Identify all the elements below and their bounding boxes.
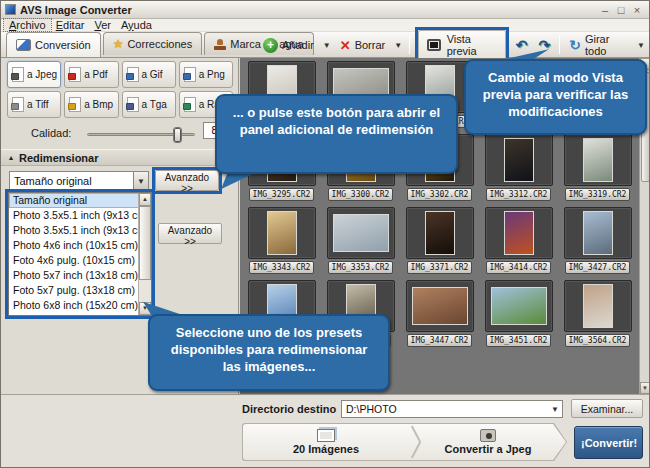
rotate-all-button[interactable]: ↻ Girar todo bbox=[565, 31, 632, 59]
grid-item[interactable]: IMG_3447.CR2 bbox=[400, 280, 479, 350]
minimize-button[interactable]: – bbox=[597, 2, 613, 18]
quality-row: Calidad: bbox=[1, 124, 239, 144]
grid-item[interactable]: IMG_3451.CR2 bbox=[479, 280, 558, 350]
app-window: AVS Image Converter – □ × ArchivoEditarV… bbox=[0, 0, 650, 468]
preview-label: Vista previa bbox=[447, 33, 497, 57]
thumbnail-filename: IMG_3343.CR2 bbox=[249, 261, 315, 274]
menu-item-editar[interactable]: Editar bbox=[51, 19, 90, 31]
menu-item-ver[interactable]: Ver bbox=[89, 19, 116, 31]
grid-item[interactable]: IMG_3353.CR2 bbox=[321, 207, 400, 277]
add-button[interactable]: + Añadir bbox=[259, 36, 318, 55]
preview-button[interactable]: Vista previa bbox=[418, 30, 506, 60]
grid-item[interactable]: IMG_3343.CR2 bbox=[242, 207, 321, 277]
convert-button[interactable]: ¡Convertir! bbox=[574, 426, 643, 459]
preset-list-scrollbar[interactable]: ▲ ▼ bbox=[138, 193, 151, 315]
preset-option[interactable]: Photo 3.5x5.1 inch (9x13 cm) 300dpi bbox=[9, 223, 151, 238]
destination-dropdown-arrow[interactable]: ▼ bbox=[548, 405, 562, 414]
destination-label: Directorio destino bbox=[242, 403, 336, 415]
thumbnail-filename: IMG_3302.CR2 bbox=[407, 188, 473, 201]
quality-slider-thumb[interactable] bbox=[173, 127, 182, 143]
grid-item[interactable]: IMG_3312.CR2 bbox=[479, 134, 558, 204]
format-a-tga-button[interactable]: a Tga bbox=[122, 91, 176, 118]
preset-dropdown-list: Tamaño originalPhoto 3.5x5.1 inch (9x13 … bbox=[8, 192, 152, 316]
thumbnail-frame bbox=[248, 207, 316, 259]
format-a-tiff-button[interactable]: a Tiff bbox=[7, 91, 61, 118]
thumbnail-frame bbox=[564, 134, 632, 186]
toolbar-separator bbox=[409, 36, 410, 54]
callout-resize-button: ... o pulse este botón para abrir el pan… bbox=[215, 94, 458, 174]
thumbnail-frame bbox=[564, 280, 632, 332]
add-dropdown-arrow[interactable]: ▼ bbox=[321, 41, 333, 50]
format-a-gif-button[interactable]: a Gif bbox=[122, 61, 176, 88]
grid-item[interactable]: IMG_3427.CR2 bbox=[558, 207, 637, 277]
preset-option[interactable]: Tamaño original bbox=[9, 193, 151, 208]
format-label: a Png bbox=[199, 69, 225, 80]
file-format-icon bbox=[184, 97, 196, 112]
format-a-bmp-button[interactable]: a Bmp bbox=[64, 91, 118, 118]
grid-item[interactable]: IMG_3414.CR2 bbox=[479, 207, 558, 277]
thumbnail-frame bbox=[564, 207, 632, 259]
menu-item-ayuda[interactable]: Ayuda bbox=[116, 19, 157, 31]
delete-dropdown-arrow[interactable]: ▼ bbox=[392, 41, 404, 50]
menu-item-archivo[interactable]: Archivo bbox=[4, 19, 51, 31]
format-a-pdf-button[interactable]: a Pdf bbox=[64, 61, 118, 88]
thumbnail-filename: IMG_3319.CR2 bbox=[565, 188, 631, 201]
maximize-button[interactable]: □ bbox=[613, 2, 629, 18]
thumbnail-filename: IMG_3312.CR2 bbox=[486, 188, 552, 201]
title-bar: AVS Image Converter – □ × bbox=[1, 1, 649, 19]
camera-file-icon bbox=[480, 429, 496, 442]
menu-bar: ArchivoEditarVerAyuda bbox=[1, 19, 649, 32]
resize-section-header[interactable]: ▴ Redimensionar bbox=[1, 149, 238, 166]
thumbnail-photo bbox=[333, 214, 389, 252]
advanced-button-2[interactable]: Avanzado >> bbox=[158, 223, 222, 244]
thumbnail-filename: IMG_3295.CR2 bbox=[249, 188, 315, 201]
tab-correcciones[interactable]: ★Correcciones bbox=[103, 32, 203, 55]
advanced-highlight-box: Avanzado >> bbox=[152, 167, 222, 194]
bottom-panel: Directorio destino D:\PHOTO ▼ Examinar..… bbox=[1, 394, 649, 468]
chevron-divider bbox=[410, 425, 422, 459]
format-a-png-button[interactable]: a Png bbox=[179, 61, 233, 88]
window-title: AVS Image Converter bbox=[20, 4, 597, 16]
thumbnail-photo bbox=[504, 138, 534, 182]
thumbnail-frame bbox=[406, 280, 474, 332]
preset-option[interactable]: Photo 6x8 inch (15x20 cm) normal bbox=[9, 298, 151, 313]
preset-list-highlight-box: Tamaño originalPhoto 3.5x5.1 inch (9x13 … bbox=[5, 189, 155, 319]
grid-item[interactable]: IMG_3371.CR2 bbox=[400, 207, 479, 277]
preset-option[interactable]: Photo 3.5x5.1 inch (9x13 cm) normal bbox=[9, 208, 151, 223]
format-label: a Jpeg bbox=[27, 69, 57, 80]
thumbnail-filename: IMG_3447.CR2 bbox=[407, 334, 473, 347]
tab-label: Conversión bbox=[35, 39, 91, 51]
format-label: a Tga bbox=[142, 99, 167, 110]
file-format-icon bbox=[12, 97, 24, 112]
resize-preset-combo[interactable]: Tamaño original ▼ bbox=[9, 171, 149, 191]
scrollbar-thumb[interactable] bbox=[139, 206, 151, 280]
format-label: a Bmp bbox=[84, 99, 113, 110]
tab-conversión[interactable]: Conversión bbox=[6, 32, 101, 57]
delete-button[interactable]: ✕ Borrar bbox=[336, 36, 389, 55]
file-format-icon bbox=[69, 97, 81, 112]
star-icon: ★ bbox=[113, 38, 124, 50]
preset-option[interactable]: Foto 5x7 pulg. (13x18 cm) 300dpi bbox=[9, 283, 151, 298]
convert-action-label: Convertir a Jpeg bbox=[445, 443, 532, 455]
combo-dropdown-arrow[interactable]: ▼ bbox=[133, 172, 148, 190]
callout-presets: Seleccione uno de los presets disponible… bbox=[148, 314, 390, 391]
rotate-left-button[interactable]: ↶ bbox=[512, 36, 532, 54]
thumbnail-filename: IMG_3451.CR2 bbox=[486, 334, 552, 347]
destination-combo[interactable]: D:\PHOTO ▼ bbox=[341, 400, 563, 418]
format-a-jpeg-button[interactable]: a Jpeg bbox=[7, 61, 61, 88]
grid-item[interactable]: IMG_3564.CR2 bbox=[558, 280, 637, 350]
thumbnail-photo bbox=[583, 211, 613, 255]
preset-option[interactable]: Photo 4x6 inch (10x15 cm) normal bbox=[9, 238, 151, 253]
grid-item[interactable]: IMG_3319.CR2 bbox=[558, 134, 637, 204]
preset-option[interactable]: Photo 5x7 inch (13x18 cm) normal bbox=[9, 268, 151, 283]
close-button[interactable]: × bbox=[629, 2, 645, 18]
scroll-up-icon[interactable]: ▲ bbox=[139, 193, 151, 206]
browse-button[interactable]: Examinar... bbox=[571, 399, 643, 418]
rotate-all-dropdown-arrow[interactable]: ▼ bbox=[635, 41, 647, 50]
quality-slider[interactable] bbox=[87, 133, 195, 136]
grid-scroll-down-icon[interactable]: ▼ bbox=[640, 382, 650, 394]
advanced-button[interactable]: Avanzado >> bbox=[155, 170, 219, 191]
thumbnail-filename: IMG_3414.CR2 bbox=[486, 261, 552, 274]
thumbnail-photo bbox=[412, 287, 468, 325]
preset-option[interactable]: Foto 4x6 pulg. (10x15 cm) 300dpi bbox=[9, 253, 151, 268]
